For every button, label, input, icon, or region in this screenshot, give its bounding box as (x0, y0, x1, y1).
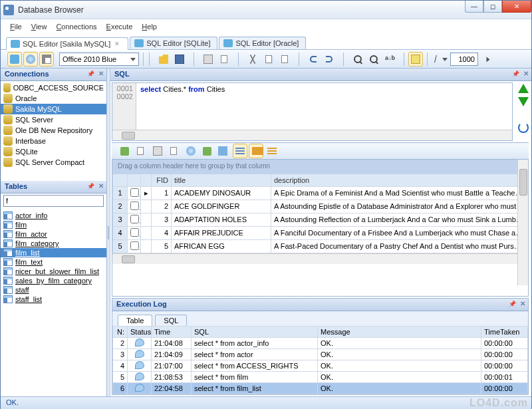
pin-icon[interactable]: 📌 (509, 301, 516, 307)
log-row[interactable]: 421:07:00select * from ACCESS_RIGHTSOK.0… (113, 360, 528, 372)
col-desc[interactable]: description (271, 174, 528, 186)
export-button[interactable] (117, 144, 132, 158)
results-grid[interactable]: FID title description 1▸1ACADEMY DINOSAU… (112, 174, 528, 253)
log-row[interactable]: 521:08:53select * from filmOK.00:00:01 (113, 372, 528, 383)
close-icon[interactable]: ✕ (523, 70, 529, 77)
paste-button[interactable] (277, 52, 292, 67)
table-item[interactable]: film (1, 220, 106, 229)
menu-file[interactable]: File (6, 21, 26, 32)
menu-execute[interactable]: Execute (102, 21, 137, 32)
replace-button[interactable]: a↓b (382, 52, 397, 67)
connection-item[interactable]: ODBC_ACCESS_SOURCE (1, 82, 106, 93)
row-checkbox[interactable] (130, 241, 139, 250)
row-checkbox[interactable] (130, 215, 139, 223)
maximize-button[interactable]: ◻ (483, 1, 502, 13)
chart-button[interactable] (184, 144, 198, 158)
sql-hscrollbar[interactable] (112, 130, 512, 140)
tab-sakila[interactable]: SQL Editor [Sakila MySQL] ✕ (6, 37, 128, 50)
sql-editor[interactable]: select Cities.* from Cities (136, 83, 512, 130)
find-button[interactable] (350, 52, 365, 67)
pin-icon[interactable]: 📌 (87, 70, 94, 77)
menu-connections[interactable]: Connections (52, 21, 100, 32)
connection-item[interactable]: SQL Server (1, 114, 106, 125)
table-item[interactable]: film_actor (1, 229, 106, 239)
table-row[interactable]: 33ADAPTATION HOLESA Astounding Reflectio… (113, 213, 528, 226)
table-row[interactable]: 55AFRICAN EGGA Fast-Paced Documentary of… (113, 239, 528, 253)
tbtn-view3[interactable] (39, 52, 54, 67)
copy-button[interactable] (261, 52, 276, 67)
move-down-button[interactable] (518, 97, 529, 106)
close-icon[interactable]: ✕ (98, 182, 104, 190)
rows-button[interactable] (265, 144, 279, 158)
close-button[interactable]: ✕ (502, 1, 531, 13)
col-fid[interactable]: FID (152, 174, 172, 186)
log-row[interactable]: 622:04:58select * from film_listOK.00:00… (113, 383, 528, 394)
columns-button[interactable] (249, 144, 263, 158)
table-row[interactable]: 1▸1ACADEMY DINOSAURA Epic Drama of a Fem… (113, 186, 528, 200)
table-item[interactable]: sales_by_film_category (1, 276, 106, 285)
tbtn-view1[interactable] (7, 52, 22, 67)
move-up-button[interactable] (518, 84, 529, 93)
pin-icon[interactable]: 📌 (87, 183, 94, 190)
connection-item[interactable]: Ole DB New Repository (1, 125, 106, 136)
close-icon[interactable]: ✕ (520, 300, 525, 307)
row-checkbox[interactable] (130, 202, 139, 210)
table-item[interactable]: staff (1, 285, 106, 295)
close-icon[interactable]: ✕ (98, 70, 104, 77)
print-grid-button[interactable] (150, 144, 165, 158)
cut-button[interactable] (245, 52, 260, 67)
grid-hscrollbar[interactable] (112, 253, 528, 264)
preview-grid-button[interactable] (166, 144, 181, 158)
table-row[interactable]: 44AFFAIR PREJUDICEA Fanciful Documentary… (113, 226, 528, 239)
connection-item[interactable]: SQLite (1, 146, 106, 157)
connections-tree[interactable]: ODBC_ACCESS_SOURCEOracleSakila MySQLSQL … (1, 81, 106, 181)
row-checkbox[interactable] (130, 228, 139, 237)
tbtn-view2[interactable] (23, 52, 38, 67)
print-button[interactable] (201, 52, 215, 67)
log-row[interactable]: 221:04:08select * from actor_infoOK.00:0… (113, 338, 528, 349)
table-item[interactable]: film_category (1, 239, 106, 248)
export-csv-button[interactable] (133, 144, 148, 158)
tab-oracle[interactable]: SQL Editor [Oracle] (219, 37, 306, 49)
connection-item[interactable]: Sakila MySQL (1, 104, 106, 114)
grid-mode-button[interactable] (233, 144, 247, 158)
grid-vscrollbar[interactable] (517, 160, 528, 285)
undo-button[interactable] (306, 52, 321, 67)
limit-more-button[interactable] (481, 52, 495, 67)
pin-icon[interactable]: 📌 (512, 70, 519, 77)
save-button[interactable] (172, 52, 187, 67)
export-xls-button[interactable] (200, 144, 214, 158)
connection-item[interactable]: Interbase (1, 136, 106, 146)
tab-close-icon[interactable]: ✕ (113, 41, 121, 47)
options-button[interactable] (408, 52, 423, 67)
log-row[interactable]: 321:04:09select * from actorOK.00:00:00 (113, 349, 528, 360)
preview-button[interactable] (217, 52, 231, 67)
group-band[interactable]: Drag a column header here to group by th… (112, 160, 528, 174)
table-item[interactable]: actor_info (1, 211, 106, 220)
redo-button[interactable] (322, 52, 336, 67)
execlog-grid[interactable]: N: Status Time SQL Message TimeTaken 221… (112, 326, 528, 394)
theme-combo[interactable]: Office 2010 Blue (59, 53, 139, 66)
table-filter-input[interactable] (3, 195, 104, 207)
table-item[interactable]: nicer_but_slower_film_list (1, 267, 106, 276)
open-button[interactable] (156, 52, 171, 67)
execlog-tab-table[interactable]: Table (118, 315, 152, 326)
tables-tree[interactable]: actor_infofilmfilm_actorfilm_categoryfil… (1, 209, 106, 396)
minimize-button[interactable]: — (465, 1, 483, 13)
execlog-tab-sql[interactable]: SQL (155, 315, 187, 326)
refresh-button[interactable] (518, 122, 529, 133)
image-button[interactable] (215, 144, 230, 158)
menu-view[interactable]: View (27, 21, 51, 32)
limit-input[interactable]: 1000 (450, 53, 478, 66)
table-item[interactable]: film_list (1, 248, 106, 257)
table-item[interactable]: staff_list (1, 295, 106, 304)
table-item[interactable]: film_text (1, 257, 106, 267)
col-title[interactable]: title (172, 174, 271, 186)
menu-help[interactable]: Help (138, 21, 161, 32)
tab-sqlite[interactable]: SQL Editor [SQLite] (130, 37, 217, 49)
dropdown-icon[interactable] (442, 58, 448, 61)
connection-item[interactable]: SQL Server Compact (1, 157, 106, 168)
find-next-button[interactable] (366, 52, 381, 67)
connection-item[interactable]: Oracle (1, 93, 106, 104)
table-row[interactable]: 22ACE GOLDFINGERA Astounding Epistle of … (113, 200, 528, 213)
